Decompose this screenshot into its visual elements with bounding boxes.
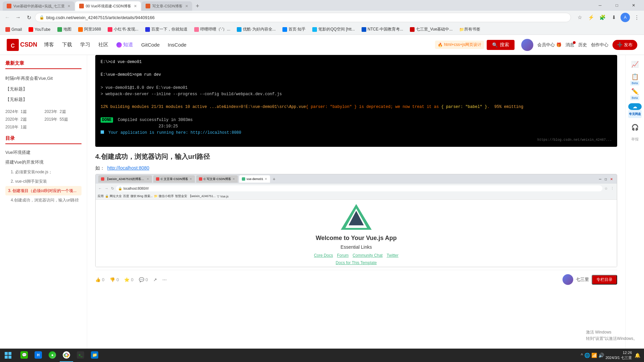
year-2019[interactable]: 2019年 55篇 <box>45 117 82 122</box>
downloads-icon[interactable]: ⬇ <box>609 13 619 22</box>
address-bar[interactable]: 🔒 blog.csdn.net/weixin_42467515/article/… <box>35 13 571 22</box>
taskbar-chrome[interactable] <box>60 349 73 362</box>
new-tab-button[interactable]: + <box>193 1 202 11</box>
nav-community[interactable]: 社区 <box>98 42 108 48</box>
bookmark-bilibili[interactable]: 哔哩哔哩（'·'）... <box>192 25 233 34</box>
toc-item-1[interactable]: 搭建Vue的开发环境 <box>5 157 82 167</box>
message-btn[interactable]: 消息 <box>566 42 574 48</box>
publish-button[interactable]: ➕ 发布 <box>612 40 637 50</box>
performance-icon[interactable]: ⚡ <box>586 13 596 22</box>
forum-link[interactable]: Forum <box>337 253 349 258</box>
rs-tool-edit[interactable]: ✏️ Beta <box>628 87 642 101</box>
taskbar-browser-360[interactable]: ● <box>46 349 59 362</box>
notification-center[interactable]: 🔔 <box>633 349 641 362</box>
toc-item-3[interactable]: 2. vue-cli脚手架安装 <box>5 177 82 186</box>
tab-write[interactable]: 写文章-CSDN博客 ✕ <box>142 1 192 11</box>
cloud-icon: ☁ <box>628 103 642 110</box>
year-2024[interactable]: 2024年 1篇 <box>5 109 43 115</box>
extensions-icon[interactable]: 🧩 <box>598 13 607 22</box>
bilibili-favicon <box>194 27 199 32</box>
start-button[interactable] <box>0 349 16 362</box>
bookmark-gmail[interactable]: Gmail <box>3 25 24 34</box>
bookmark-youku[interactable]: 优酷·为好内容全... <box>234 25 278 34</box>
bookmark-ditu[interactable]: 地图 <box>55 25 74 34</box>
docs-template-link[interactable]: Docs for This Template <box>336 260 377 265</box>
twitter-link[interactable]: Twitter <box>387 253 398 258</box>
sound-icon[interactable]: 🔊 <box>598 353 604 358</box>
toc-item-5[interactable]: 4.创建成功，浏览器访问，输入url路径 <box>5 195 82 205</box>
bookmark-ntce[interactable]: NTCE·中国教育考... <box>359 25 406 34</box>
taskbar-hbuilder[interactable]: H <box>32 349 45 362</box>
csdn-logo[interactable]: C CSDN <box>7 39 37 51</box>
tab-close-3[interactable]: ✕ <box>185 4 188 8</box>
history-btn[interactable]: 历史 <box>578 42 587 48</box>
nav-learn[interactable]: 学习 <box>80 42 90 48</box>
taskbar-explorer[interactable]: 📁 <box>88 349 101 362</box>
nav-inscode[interactable]: InsCode <box>168 42 186 48</box>
year-2018[interactable]: 2018年 1篇 <box>5 124 43 130</box>
core-docs-link[interactable]: Core Docs <box>314 253 333 258</box>
close-button[interactable]: ✕ <box>626 0 641 11</box>
bookmark-xhs[interactable]: 小红书·发现... <box>105 25 141 34</box>
minimize-button[interactable]: ─ <box>592 0 608 11</box>
profile-button[interactable]: A <box>621 13 630 22</box>
network-icon[interactable]: 📶 <box>591 353 597 358</box>
member-center[interactable]: 会员中心 🎁 <box>537 42 561 48</box>
bookmark-all[interactable]: 📁 所有书签 <box>457 25 483 34</box>
rs-tool-chart[interactable]: 📈 <box>628 58 642 71</box>
bookmark-youtube[interactable]: YouTube <box>26 25 53 34</box>
more-action[interactable]: ⋯ <box>162 277 167 282</box>
nav-gitcode[interactable]: GitCode <box>141 42 160 48</box>
cloud-disk-label[interactable]: 夸克网盘 <box>628 110 642 118</box>
nav-blog[interactable]: 博客 <box>44 42 54 48</box>
like-action[interactable]: 👍 0 <box>95 277 104 282</box>
reload-button[interactable]: ↻ <box>24 13 34 22</box>
nav-download[interactable]: 下载 <box>62 42 72 48</box>
community-chat-link[interactable]: Community Chat <box>353 253 382 258</box>
maximize-button[interactable]: □ <box>609 0 625 11</box>
share-action[interactable]: ↗ <box>153 277 157 282</box>
tray-caret-icon[interactable]: ^ <box>581 353 583 358</box>
screenshot-tab-1: C 文言章·CSDN博客 ✕ <box>153 175 195 183</box>
bookmark-qq[interactable]: 笔影的QQ空间 [htt... <box>310 25 358 34</box>
year-2023[interactable]: 2023年 2篇 <box>45 109 82 115</box>
forward-button[interactable]: → <box>13 13 23 22</box>
toc-item-0[interactable]: Vue环境搭建 <box>5 147 82 158</box>
comment-action[interactable]: 💬 0 <box>139 277 148 282</box>
tab-close-1[interactable]: ✕ <box>67 4 70 8</box>
toc-item-2[interactable]: 1. 必须要安装node.js； <box>5 167 82 177</box>
sidebar-article-0[interactable]: 时隔n年再度会看Vue,Git <box>5 73 82 84</box>
bookmark-zhihu[interactable]: 首页·知乎 <box>280 25 308 34</box>
localhost-link[interactable]: http://localhost:8080 <box>107 165 149 171</box>
collect-action[interactable]: ⭐ 0 <box>124 277 133 282</box>
settings-icon[interactable]: ⋮ <box>632 13 641 22</box>
report-btn[interactable]: 举报 <box>631 137 639 142</box>
bookmark-baidu[interactable]: 百度一下，你就知道 <box>143 25 190 34</box>
bookmark-csdn[interactable]: 七三里_Vue基础中... <box>407 25 455 34</box>
tab-vue-env[interactable]: 00 Vue环境搭建-CSDN博客 ✕ <box>75 1 141 11</box>
bookmark-ali[interactable]: 阿里1688 <box>75 25 104 34</box>
taskbar-wechat[interactable]: 💬 <box>17 349 31 362</box>
nav-zhidao[interactable]: 知道 <box>116 42 133 48</box>
toc-item-4[interactable]: 3. 创建项目（必须cd到对应的一个项... <box>5 186 82 195</box>
zhuanlan-button[interactable]: 专栏目录 <box>592 275 617 285</box>
search-tag[interactable]: 🔥 html+css+js网页设计 <box>435 41 484 49</box>
tab-vue-basics[interactable]: Vue基础中的基础+实战_七三里 ✕ <box>3 1 74 11</box>
sidebar-article-2[interactable]: 【无标题】 <box>5 94 82 105</box>
rs-tool-list[interactable]: 📋 Beta <box>628 72 642 86</box>
dislike-action[interactable]: 👎 0 <box>110 277 119 282</box>
tab-close-2[interactable]: ✕ <box>134 4 137 8</box>
create-center-btn[interactable]: 创作中心 <box>591 42 608 48</box>
system-clock[interactable]: 12:26 2024/3/1 七三里 <box>605 350 632 361</box>
taskbar-terminal[interactable]: >_ <box>74 349 87 362</box>
gmail-favicon <box>5 27 10 32</box>
done-badge: DONE <box>101 117 113 123</box>
year-2020[interactable]: 2020年 2篇 <box>5 117 43 122</box>
user-avatar[interactable] <box>521 39 533 51</box>
sidebar-article-1[interactable]: 【无标题】 <box>5 84 82 95</box>
bookmark-star-icon[interactable]: ☆ <box>575 13 584 22</box>
search-button[interactable]: 🔍 搜索 <box>487 40 515 50</box>
rs-tool-headset[interactable]: 🎧 <box>628 121 642 134</box>
back-button[interactable]: ← <box>3 13 12 22</box>
keyboard-icon[interactable]: 🌐 <box>584 353 590 358</box>
